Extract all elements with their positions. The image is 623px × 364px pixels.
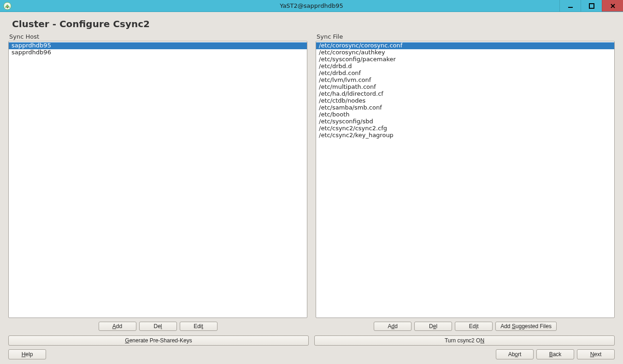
app-icon bbox=[3, 1, 12, 11]
sync-host-del-button[interactable]: Del bbox=[139, 322, 177, 331]
close-button[interactable] bbox=[602, 0, 623, 12]
abort-button[interactable]: Abort bbox=[496, 349, 534, 359]
sync-file-edit-button[interactable]: Edit bbox=[455, 322, 493, 331]
list-item[interactable]: /etc/sysconfig/pacemaker bbox=[316, 56, 614, 63]
next-button[interactable]: Next bbox=[577, 349, 615, 359]
turn-csync2-on-button[interactable]: Turn csync2 ON bbox=[314, 335, 615, 346]
help-button[interactable]: Help bbox=[8, 349, 46, 359]
window-controls bbox=[559, 0, 623, 12]
list-item[interactable]: /etc/drbd.d bbox=[316, 63, 614, 70]
back-button[interactable]: Back bbox=[536, 349, 574, 359]
list-item[interactable]: /etc/lvm/lvm.conf bbox=[316, 77, 614, 84]
generate-keys-button[interactable]: Generate Pre-Shared-Keys bbox=[8, 335, 309, 346]
window-titlebar: YaST2@sapprdhdb95 bbox=[0, 0, 623, 12]
nav-buttons: Abort Back Next bbox=[496, 349, 615, 359]
window-title: YaST2@sapprdhdb95 bbox=[0, 2, 623, 9]
list-item[interactable]: /etc/corosync/corosync.conf bbox=[316, 42, 614, 49]
list-item[interactable]: /etc/booth bbox=[316, 111, 614, 118]
add-suggested-files-button[interactable]: Add Suggested Files bbox=[495, 322, 557, 331]
page-title: Cluster - Configure Csync2 bbox=[12, 18, 615, 29]
sync-file-listbox[interactable]: /etc/corosync/corosync.conf/etc/corosync… bbox=[316, 41, 615, 318]
footer: Help Abort Back Next bbox=[8, 349, 615, 359]
content-area: Cluster - Configure Csync2 Sync Host sap… bbox=[0, 12, 623, 364]
list-item[interactable]: sapprdhdb95 bbox=[9, 42, 307, 49]
list-item[interactable]: sapprdhdb96 bbox=[9, 49, 307, 56]
sync-file-button-row: Add Del Edit Add Suggested Files bbox=[316, 322, 615, 331]
list-item[interactable]: /etc/csync2/key_hagroup bbox=[316, 132, 614, 139]
list-item[interactable]: /etc/ha.d/ldirectord.cf bbox=[316, 91, 614, 98]
list-item[interactable]: /etc/ctdb/nodes bbox=[316, 98, 614, 104]
list-item[interactable]: /etc/samba/smb.conf bbox=[316, 104, 614, 111]
sync-file-label: Sync File bbox=[316, 33, 615, 40]
columns: Sync Host sapprdhdb95sapprdhdb96 Add Del… bbox=[8, 33, 615, 331]
list-item[interactable]: /etc/csync2/csync2.cfg bbox=[316, 125, 614, 132]
sync-file-column: Sync File /etc/corosync/corosync.conf/et… bbox=[316, 33, 615, 331]
svg-rect-3 bbox=[589, 4, 594, 8]
list-item[interactable]: /etc/drbd.conf bbox=[316, 70, 614, 77]
list-item[interactable]: /etc/sysconfig/sbd bbox=[316, 118, 614, 125]
sync-host-add-button[interactable]: Add bbox=[99, 322, 136, 331]
maximize-button[interactable] bbox=[581, 0, 602, 12]
sync-file-add-button[interactable]: Add bbox=[374, 322, 411, 331]
sync-host-column: Sync Host sapprdhdb95sapprdhdb96 Add Del… bbox=[8, 33, 307, 331]
wide-button-row: Generate Pre-Shared-Keys Turn csync2 ON bbox=[8, 335, 615, 346]
sync-file-del-button[interactable]: Del bbox=[414, 322, 452, 331]
svg-rect-1 bbox=[7, 7, 8, 8]
minimize-button[interactable] bbox=[559, 0, 581, 12]
sync-host-listbox[interactable]: sapprdhdb95sapprdhdb96 bbox=[8, 41, 307, 318]
svg-rect-2 bbox=[568, 7, 573, 8]
sync-host-label: Sync Host bbox=[8, 33, 307, 40]
list-item[interactable]: /etc/corosync/authkey bbox=[316, 49, 614, 56]
list-item[interactable]: /etc/multipath.conf bbox=[316, 84, 614, 91]
sync-host-button-row: Add Del Edit bbox=[8, 322, 307, 331]
sync-host-edit-button[interactable]: Edit bbox=[180, 322, 217, 331]
